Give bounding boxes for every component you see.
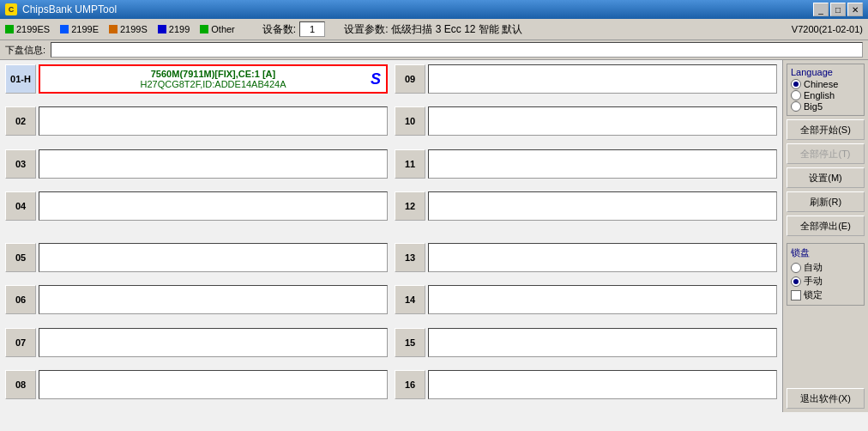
english-label: English (804, 90, 835, 100)
slot-bar-15 (428, 328, 777, 357)
legend-2199s: 2199S (109, 24, 148, 34)
lock-title: 锁盘 (791, 246, 860, 259)
eject-all-button[interactable]: 全部弹出(E) (787, 216, 865, 236)
big5-radio-indicator (791, 101, 801, 112)
slot-row-04: 04 (5, 191, 388, 222)
slot-row-05: 05 (5, 242, 388, 273)
slot-row-16: 16 (395, 369, 777, 400)
slot-bar-04 (39, 191, 388, 221)
legend-2199: 2199 (158, 24, 190, 34)
exit-button[interactable]: 退出软件(X) (787, 388, 865, 409)
chinese-label: Chinese (804, 79, 838, 89)
slot-row-06: 06 (5, 284, 388, 315)
lock-checkbox[interactable]: 锁定 (791, 288, 860, 301)
lock-auto-radio[interactable]: 自动 (791, 261, 860, 274)
language-title: Language (791, 67, 860, 77)
svg-rect-1 (60, 25, 69, 33)
slot-bar-11 (428, 149, 777, 179)
refresh-button[interactable]: 刷新(R) (787, 191, 865, 212)
slot-bar-01: 7560M(7911M)[FIX],CE:1 [A]H27QCG8T2F,ID:… (39, 64, 388, 94)
slot-row-11: 11 (395, 149, 777, 179)
slot-num-04[interactable]: 04 (5, 191, 36, 221)
device-count: 设备数: (262, 21, 325, 37)
device-count-input[interactable] (299, 21, 325, 37)
slot-row-10: 10 (395, 106, 777, 137)
stop-all-button[interactable]: 全部停止(T) (787, 143, 865, 164)
device-params-label: 设置参数: (344, 22, 388, 37)
legend-2199s-label: 2199S (120, 24, 148, 34)
maximize-button[interactable]: □ (830, 3, 846, 16)
legend-other: Other (200, 24, 235, 34)
legend-2199es: 2199ES (5, 24, 50, 34)
slot-row-12: 12 (395, 191, 777, 222)
legend-2199es-label: 2199ES (16, 24, 50, 34)
slot-bar-03 (39, 149, 388, 179)
device-params: 设置参数: 低级扫描 3 Ecc 12 智能 默认 (344, 22, 522, 37)
lock-manual-radio[interactable]: 手动 (791, 275, 860, 288)
lock-group: 锁盘 自动 手动 锁定 (787, 243, 865, 306)
slot-num-15[interactable]: 15 (395, 328, 425, 357)
slot-bar-08 (39, 370, 388, 399)
slot-bar-05 (39, 243, 388, 272)
slot-num-03[interactable]: 03 (5, 149, 36, 179)
lock-checkbox-indicator (791, 290, 801, 300)
slot-bar-10 (428, 106, 777, 136)
slot-num-02[interactable]: 02 (5, 106, 36, 136)
slot-line2-01: H27QCG8T2F,ID:ADDE14AB424A (141, 79, 286, 89)
slot-num-06[interactable]: 06 (5, 285, 36, 314)
info-input[interactable] (51, 42, 863, 58)
start-all-button[interactable]: 全部开始(S) (787, 119, 865, 140)
slot-num-01[interactable]: 01-H (5, 64, 36, 94)
info-label: 下盘信息: (5, 44, 45, 57)
slot-line1-01: 7560M(7911M)[FIX],CE:1 [A] (151, 69, 275, 79)
language-group: Language Chinese English Big5 (787, 64, 865, 116)
chinese-radio-indicator (791, 79, 801, 89)
device-params-value: 低级扫描 3 Ecc 12 智能 默认 (391, 22, 522, 37)
right-panel: Language Chinese English Big5 全部开始(S) 全部… (782, 60, 868, 412)
slot-num-14[interactable]: 14 (395, 285, 425, 314)
minimize-button[interactable]: _ (813, 3, 829, 16)
slot-bar-02 (39, 106, 388, 136)
language-english-radio[interactable]: English (791, 90, 860, 100)
title-bar: C ChipsBank UMPTool _ □ ✕ (0, 0, 868, 19)
language-chinese-radio[interactable]: Chinese (791, 79, 860, 89)
close-button[interactable]: ✕ (847, 3, 863, 16)
slot-separator (5, 233, 777, 238)
slot-row-02: 02 (5, 106, 388, 137)
slots-area: 01-H7560M(7911M)[FIX],CE:1 [A]H27QCG8T2F… (0, 60, 782, 412)
slot-bar-12 (428, 191, 777, 221)
slot-num-12[interactable]: 12 (395, 191, 425, 221)
slot-num-08[interactable]: 08 (5, 370, 36, 399)
english-radio-indicator (791, 90, 801, 100)
slot-row-07: 07 (5, 327, 388, 358)
slot-num-13[interactable]: 13 (395, 243, 425, 272)
slot-bar-06 (39, 285, 388, 314)
slot-num-05[interactable]: 05 (5, 243, 36, 272)
slot-num-10[interactable]: 10 (395, 106, 425, 136)
legend-row: 2199ES 2199E 2199S 2199 Other 设备数: 设置参数:… (0, 19, 868, 40)
svg-rect-0 (5, 25, 14, 33)
slot-num-07[interactable]: 07 (5, 328, 36, 357)
info-row: 下盘信息: (0, 40, 868, 60)
language-big5-radio[interactable]: Big5 (791, 101, 860, 112)
slot-num-09[interactable]: 09 (395, 64, 425, 94)
slot-row-09: 09 (395, 64, 777, 94)
svg-rect-3 (158, 25, 166, 33)
slot-row-14: 14 (395, 284, 777, 315)
auto-radio-indicator (791, 263, 801, 273)
slot-row-01: 01-H7560M(7911M)[FIX],CE:1 [A]H27QCG8T2F… (5, 64, 388, 94)
device-count-label: 设备数: (262, 22, 296, 37)
version-label: V7200(21-02-01) (792, 24, 863, 34)
slot-num-16[interactable]: 16 (395, 370, 425, 399)
manual-radio-indicator (791, 276, 801, 287)
slot-bar-16 (428, 370, 777, 399)
legend-other-label: Other (211, 24, 235, 34)
legend-2199e: 2199E (60, 24, 99, 34)
big5-label: Big5 (804, 101, 823, 112)
settings-button[interactable]: 设置(M) (787, 167, 865, 188)
slot-row-13: 13 (395, 242, 777, 273)
svg-rect-2 (109, 25, 118, 33)
auto-label: 自动 (804, 261, 823, 274)
slot-num-11[interactable]: 11 (395, 149, 425, 179)
slot-bar-07 (39, 328, 388, 357)
